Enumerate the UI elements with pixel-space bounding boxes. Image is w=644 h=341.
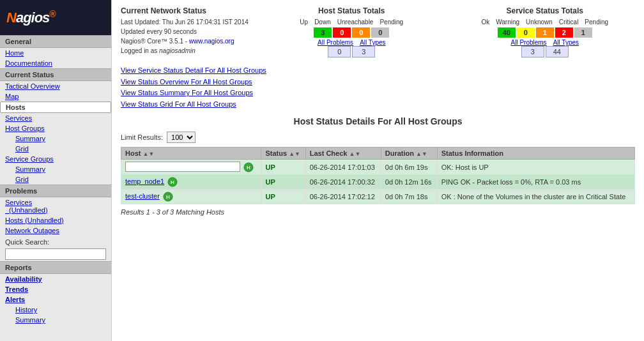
host-link-1[interactable]: temp_node1 — [125, 178, 164, 185]
sidebar: Nagios® General Home Documentation Curre… — [0, 0, 112, 341]
svg-text:H: H — [166, 194, 170, 200]
sidebar-item-service-groups-summary[interactable]: Summary — [0, 164, 111, 174]
host-up-value[interactable]: 3 — [314, 27, 332, 38]
logged-in: Logged in as nagiosadmin — [121, 46, 249, 56]
host-cell-0: H — [121, 160, 261, 175]
quick-link-status-summary[interactable]: View Status Summary For All Host Groups — [121, 87, 635, 99]
sidebar-item-services-unhandled[interactable]: Services (Unhandled) — [0, 197, 111, 215]
status-sort-icon[interactable]: ▲▼ — [289, 151, 300, 157]
sidebar-item-host-groups-grid[interactable]: Grid — [0, 144, 111, 154]
host-link-2[interactable]: test-cluster — [125, 192, 160, 200]
sidebar-item-host-groups-summary[interactable]: Summary — [0, 133, 111, 144]
host-all-problems-row: All Problems All Types — [261, 39, 442, 46]
host-table: Host ▲▼ Status ▲▼ Last Check ▲▼ Duration… — [121, 147, 635, 204]
col-last-check[interactable]: Last Check ▲▼ — [305, 148, 381, 160]
sidebar-item-availability[interactable]: Availability — [0, 274, 111, 284]
host-all-values-row: 0 3 — [261, 46, 442, 57]
version-link[interactable]: www.nagios.org — [189, 38, 234, 45]
sidebar-item-hosts[interactable]: Hosts — [0, 102, 111, 113]
svc-unknown-value[interactable]: 1 — [536, 27, 554, 38]
host-pending-value[interactable]: 0 — [371, 27, 389, 38]
lastcheck-cell-1: 06-26-2014 17:00:32 — [305, 175, 381, 190]
host-unreachable-value[interactable]: 0 — [352, 27, 370, 38]
svc-ok-value[interactable]: 40 — [498, 27, 516, 38]
quick-link-status-overview[interactable]: View Status Overview For All Host Groups — [121, 77, 635, 88]
svc-ok-label: Ok — [479, 18, 492, 26]
svc-pending-label: Pending — [582, 18, 611, 26]
nagios-logo: Nagios® — [6, 9, 56, 26]
svc-pending-value[interactable]: 1 — [574, 27, 592, 38]
host-icon-0[interactable]: H — [243, 162, 254, 172]
sidebar-item-tactical-overview[interactable]: Tactical Overview — [0, 81, 111, 91]
limit-label: Limit Results: — [121, 133, 163, 141]
reports-section-header: Reports — [0, 261, 111, 274]
table-row: H UP 06-26-2014 17:01:03 0d 0h 6m 19s OK… — [121, 160, 635, 175]
sidebar-item-services[interactable]: Services — [0, 113, 111, 123]
host-details-title: Host Status Details For All Host Groups — [121, 116, 635, 126]
col-status-info: Status Information — [437, 148, 634, 160]
host-sort-icon[interactable]: ▲▼ — [143, 151, 155, 157]
quick-search-input[interactable] — [5, 248, 106, 260]
sidebar-item-map[interactable]: Map — [0, 91, 111, 102]
service-status-totals: Service Status Totals Ok Warning Unknown… — [455, 6, 636, 59]
update-interval: Updated every 90 seconds — [121, 27, 249, 36]
duration-cell-2: 0d 0h 7m 18s — [381, 190, 437, 204]
limit-row: Limit Results: 25 50 100 200 All — [121, 132, 635, 143]
svc-warning-value[interactable]: 0 — [517, 27, 535, 38]
main-content: Current Network Status Last Updated: Thu… — [112, 0, 644, 341]
lastcheck-cell-2: 06-26-2014 17:02:12 — [305, 190, 381, 204]
duration-cell-0: 0d 0h 6m 19s — [381, 160, 437, 175]
quick-link-status-grid[interactable]: View Status Grid For All Host Groups — [121, 99, 635, 110]
logo-area: Nagios® — [0, 0, 111, 35]
col-status[interactable]: Status ▲▼ — [261, 148, 305, 160]
last-updated: Last Updated: Thu Jun 26 17:04:31 IST 20… — [121, 17, 249, 27]
col-duration[interactable]: Duration ▲▼ — [381, 148, 437, 160]
sidebar-item-alerts[interactable]: Alerts — [0, 294, 111, 305]
svc-all-problems-link[interactable]: All Problems — [510, 39, 546, 46]
lastcheck-cell-0: 06-26-2014 17:01:03 — [305, 160, 381, 175]
sidebar-item-trends[interactable]: Trends — [0, 284, 111, 294]
host-all-problems-value[interactable]: 0 — [328, 46, 351, 57]
host-all-types-link[interactable]: All Types — [360, 39, 385, 46]
info-cell-0: OK: Host is UP — [437, 160, 634, 175]
svc-all-types-link[interactable]: All Types — [553, 39, 579, 46]
sidebar-item-documentation[interactable]: Documentation — [0, 58, 111, 68]
service-status-totals-title: Service Status Totals — [455, 6, 636, 15]
sidebar-item-service-groups[interactable]: Service Groups — [0, 154, 111, 164]
svc-critical-value[interactable]: 2 — [555, 27, 573, 38]
sidebar-item-host-groups[interactable]: Host Groups — [0, 123, 111, 133]
host-status-totals: Host Status Totals Up Down Unreachable P… — [261, 6, 442, 59]
info-cell-2: OK : None of the Volumes in the cluster … — [437, 190, 634, 204]
sidebar-item-network-outages[interactable]: Network Outages — [0, 225, 111, 236]
col-host[interactable]: Host ▲▼ — [121, 148, 261, 160]
sidebar-item-summary[interactable]: Summary — [0, 315, 111, 325]
svc-unknown-label: Unknown — [523, 18, 555, 26]
duration-cell-1: 0d 0h 12m 16s — [381, 175, 437, 190]
host-all-types-value[interactable]: 3 — [352, 46, 375, 57]
sidebar-item-service-groups-grid[interactable]: Grid — [0, 174, 111, 185]
quick-link-service-detail[interactable]: View Service Status Detail For All Host … — [121, 65, 635, 77]
host-up-label: Up — [297, 18, 310, 26]
host-icon-1[interactable]: H — [167, 177, 178, 187]
duration-sort-icon[interactable]: ▲▼ — [416, 151, 427, 157]
svc-critical-label: Critical — [556, 18, 581, 26]
quick-links: View Service Status Detail For All Host … — [121, 65, 635, 110]
svc-all-values-row: 3 44 — [455, 46, 636, 57]
sidebar-item-history[interactable]: History — [0, 305, 111, 315]
host-icon-2[interactable]: H — [163, 192, 173, 202]
current-status-section-header: Current Status — [0, 68, 111, 81]
sidebar-item-home[interactable]: Home — [0, 48, 111, 58]
host-all-problems-link[interactable]: All Problems — [318, 39, 353, 46]
sidebar-item-hosts-unhandled[interactable]: Hosts (Unhandled) — [0, 215, 111, 225]
host-status-totals-title: Host Status Totals — [261, 6, 442, 15]
limit-select[interactable]: 25 50 100 200 All — [167, 132, 195, 143]
svc-all-types-value[interactable]: 44 — [546, 46, 569, 57]
host-search-input[interactable] — [125, 162, 240, 172]
results-text: Results 1 - 3 of 3 Matching Hosts — [121, 208, 635, 216]
host-down-value[interactable]: 0 — [333, 27, 351, 38]
svc-all-problems-value[interactable]: 3 — [521, 46, 544, 57]
svc-warning-label: Warning — [493, 18, 522, 26]
host-down-label: Down — [312, 18, 334, 26]
lastcheck-sort-icon[interactable]: ▲▼ — [349, 151, 360, 157]
quick-search-label: Quick Search: — [0, 236, 111, 247]
